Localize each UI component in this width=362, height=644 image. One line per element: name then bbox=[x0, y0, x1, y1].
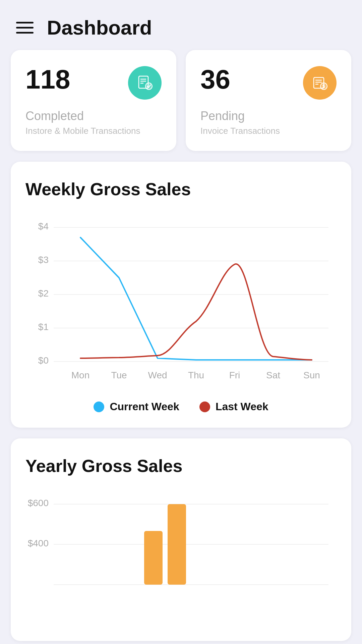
stats-cards: 118 Completed Instore & Mobile Transacti… bbox=[0, 50, 362, 162]
svg-text:$3: $3 bbox=[38, 255, 49, 265]
chart-legend: Current Week Last Week bbox=[25, 400, 337, 413]
pending-label: Pending bbox=[200, 109, 337, 123]
svg-text:Mon: Mon bbox=[71, 370, 89, 380]
svg-text:$: $ bbox=[322, 84, 325, 89]
current-week-dot bbox=[94, 401, 104, 412]
svg-text:$400: $400 bbox=[28, 538, 49, 548]
pending-card: 36 $ Pending Invoice Transactions bbox=[186, 50, 351, 151]
yearly-bar-chart: $600 $400 bbox=[25, 491, 337, 626]
svg-text:$1: $1 bbox=[38, 322, 49, 332]
svg-text:Wed: Wed bbox=[148, 370, 167, 380]
last-week-label: Last Week bbox=[216, 400, 268, 413]
completed-label: Completed bbox=[25, 109, 162, 123]
yearly-bar-1 bbox=[144, 531, 163, 585]
weekly-chart-title: Weekly Gross Sales bbox=[25, 179, 337, 199]
legend-last-week: Last Week bbox=[199, 400, 268, 413]
yearly-bar-2 bbox=[168, 504, 186, 585]
current-week-label: Current Week bbox=[110, 400, 179, 413]
page-title: Dashboard bbox=[47, 16, 152, 39]
svg-text:$600: $600 bbox=[28, 498, 49, 508]
svg-text:$0: $0 bbox=[38, 355, 49, 366]
svg-text:Tue: Tue bbox=[111, 370, 127, 380]
pending-number: 36 bbox=[200, 66, 230, 93]
svg-text:Fri: Fri bbox=[229, 370, 240, 380]
svg-text:Sat: Sat bbox=[266, 370, 280, 380]
pending-transactions-icon: $ bbox=[303, 66, 337, 100]
menu-button[interactable] bbox=[16, 22, 34, 34]
completed-number: 118 bbox=[25, 66, 70, 93]
yearly-chart-title: Yearly Gross Sales bbox=[25, 456, 337, 476]
yearly-chart-svg: $600 $400 bbox=[25, 491, 337, 625]
completed-card: 118 Completed Instore & Mobile Transacti… bbox=[11, 50, 176, 151]
yearly-chart-card: Yearly Gross Sales $600 $400 bbox=[11, 438, 351, 641]
last-week-line bbox=[80, 264, 312, 360]
svg-point-4 bbox=[145, 83, 152, 90]
svg-text:Thu: Thu bbox=[188, 370, 204, 380]
svg-text:$2: $2 bbox=[38, 288, 49, 299]
completed-transactions-icon bbox=[128, 66, 162, 100]
pending-sublabel: Invoice Transactions bbox=[200, 126, 337, 136]
last-week-dot bbox=[199, 401, 210, 412]
svg-text:$4: $4 bbox=[38, 221, 49, 231]
legend-current-week: Current Week bbox=[94, 400, 179, 413]
svg-text:Sun: Sun bbox=[303, 370, 320, 380]
weekly-line-chart: $4 $3 $2 $1 $0 Mon Tue Wed Thu Fri Sat S… bbox=[25, 214, 337, 413]
header: Dashboard bbox=[0, 0, 362, 50]
weekly-chart-card: Weekly Gross Sales $4 $3 $2 $1 $0 Mon Tu… bbox=[11, 162, 351, 428]
completed-sublabel: Instore & Mobile Transactions bbox=[25, 126, 162, 136]
current-week-line bbox=[80, 237, 312, 360]
weekly-chart-svg: $4 $3 $2 $1 $0 Mon Tue Wed Thu Fri Sat S… bbox=[25, 214, 337, 388]
